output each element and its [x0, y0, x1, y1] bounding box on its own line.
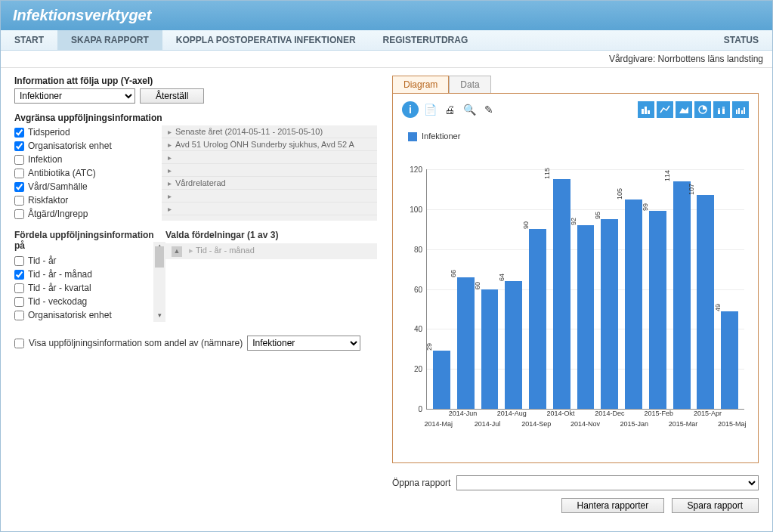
x-tick-label: 2014-Maj: [424, 420, 453, 428]
tab-diagram[interactable]: Diagram: [392, 76, 449, 93]
distrib-option[interactable]: Tid - veckodag: [14, 295, 152, 308]
bar-chart-icon[interactable]: [638, 101, 654, 118]
filter-v-rd-samh-lle[interactable]: Vård/Samhälle: [14, 180, 162, 193]
filter-value-row[interactable]: ▸Senaste året (2014-05-11 - 2015-05-10): [162, 125, 377, 138]
svg-rect-9: [736, 110, 737, 114]
scroll-thumb[interactable]: [155, 246, 164, 268]
distrib-checkbox[interactable]: [14, 256, 24, 266]
stacked-chart-icon[interactable]: [713, 101, 730, 118]
bar-value-label: 60: [474, 281, 481, 289]
x-tick-label: 2014-Jul: [475, 420, 501, 428]
filter-checkbox[interactable]: [14, 141, 24, 151]
bar[interactable]: 66: [457, 277, 475, 409]
bar[interactable]: 115: [553, 179, 570, 409]
menu-skapa-rapport[interactable]: SKAPA RAPPORT: [57, 30, 162, 50]
bar[interactable]: 107: [697, 195, 714, 409]
filter-checkbox[interactable]: [14, 155, 24, 165]
ratio-checkbox[interactable]: [14, 339, 24, 348]
filter-label: Riskfaktor: [28, 195, 68, 206]
manage-reports-button[interactable]: Hantera rapporter: [561, 498, 665, 513]
reset-button[interactable]: Återställ: [140, 88, 204, 104]
bar[interactable]: 29: [433, 351, 450, 409]
x-tick-label: 2015-Mar: [669, 420, 698, 428]
distrib-scrollbar[interactable]: ▴ ▾: [153, 242, 165, 322]
chart-legend: Infektioner: [408, 131, 749, 141]
filter-infektion[interactable]: Infektion: [14, 153, 162, 166]
filter--tg-rd-ingrepp[interactable]: Åtgärd/Ingrepp: [14, 207, 162, 221]
bar-value-label: 66: [450, 270, 457, 277]
filter-riskfaktor[interactable]: Riskfaktor: [14, 193, 162, 207]
bar[interactable]: 49: [721, 311, 738, 409]
zoom-icon[interactable]: 🔍: [461, 101, 478, 118]
bar[interactable]: 64: [505, 281, 522, 409]
distrib-option[interactable]: Tid - år - månad: [14, 268, 152, 281]
x-tick-label: 2015-Apr: [694, 410, 722, 417]
distrib-label: Organisatorisk enhet: [28, 310, 112, 320]
filter-checkbox[interactable]: [14, 128, 24, 138]
area-chart-icon[interactable]: [676, 101, 692, 118]
menu-koppla[interactable]: KOPPLA POSTOPERATIVA INFEKTIONER: [162, 30, 369, 50]
distrib-checkbox[interactable]: [14, 311, 24, 320]
y-tick-label: 80: [404, 245, 427, 253]
svg-rect-8: [722, 107, 725, 109]
filter-value-row[interactable]: ▸Avd 51 Urolog ÖNH Sunderby sjukhus, Avd…: [162, 138, 377, 151]
grouped-chart-icon[interactable]: [732, 101, 749, 118]
info-icon[interactable]: i: [402, 101, 419, 118]
selected-distribution-row[interactable]: ▲ ▸ Tid - år - månad: [165, 243, 377, 259]
distrib-checkbox[interactable]: [14, 270, 24, 280]
filter-checkbox[interactable]: [14, 182, 24, 192]
filter-checkbox[interactable]: [14, 169, 24, 178]
ratio-select[interactable]: Infektioner: [247, 336, 360, 351]
filter-organisatorisk-enhet[interactable]: Organisatorisk enhet: [14, 139, 162, 153]
edit-icon[interactable]: ✎: [481, 101, 497, 118]
save-report-button[interactable]: Spara rapport: [672, 498, 759, 513]
bar[interactable]: 90: [529, 229, 546, 409]
bar[interactable]: 60: [481, 289, 499, 410]
filter-label: Vård/Samhälle: [28, 181, 88, 192]
svg-marker-3: [679, 107, 688, 113]
pie-chart-icon[interactable]: [694, 101, 711, 118]
distrib-option[interactable]: Tid - år - kvartal: [14, 281, 152, 295]
bar-value-label: 115: [544, 168, 552, 179]
chart-container: i 📄 🖨 🔍 ✎ Infektioner 0204060801: [392, 93, 759, 463]
selected-distribution-label: Tid - år - månad: [196, 246, 255, 255]
menu-start[interactable]: START: [1, 30, 57, 50]
provider-label: Vårdgivare: Norrbottens läns landsting: [1, 51, 772, 68]
line-chart-icon[interactable]: [657, 101, 673, 118]
bar-value-label: 29: [425, 343, 433, 351]
bar[interactable]: 95: [601, 219, 618, 409]
filter-label: Åtgärd/Ingrepp: [28, 209, 88, 219]
yaxis-select[interactable]: Infektioner: [14, 88, 135, 104]
filter-checkbox[interactable]: [14, 196, 24, 206]
distrib-option[interactable]: Organisatorisk enhet: [14, 308, 152, 322]
bar[interactable]: 92: [577, 225, 595, 409]
filters-title: Avgränsa uppföljningsinformation: [14, 113, 377, 123]
filter-value-row[interactable]: ▸Vårdrelaterad: [162, 177, 377, 190]
x-tick-label: 2015-Jan: [620, 420, 649, 428]
move-up-icon[interactable]: ▲: [172, 246, 182, 257]
pdf-icon[interactable]: 📄: [422, 101, 438, 118]
tab-data[interactable]: Data: [449, 76, 490, 93]
x-tick-label: 2014-Dec: [595, 410, 624, 417]
bar[interactable]: 99: [649, 211, 666, 409]
distrib-checkbox[interactable]: [14, 283, 24, 293]
filter-antibiotika-atc-[interactable]: Antibiotika (ATC): [14, 166, 162, 180]
menu-registerutdrag[interactable]: REGISTERUTDRAG: [369, 30, 482, 50]
x-tick-label: 2015-Maj: [718, 420, 747, 428]
filter-tidsperiod[interactable]: Tidsperiod: [14, 125, 162, 139]
open-report-select[interactable]: [456, 475, 759, 490]
filter-checkbox[interactable]: [14, 209, 24, 219]
app-title: Infektionsverktyget: [1, 1, 772, 30]
distrib-checkbox[interactable]: [14, 297, 24, 307]
distrib-option[interactable]: Tid - år: [14, 254, 152, 268]
bar-value-label: 49: [714, 304, 722, 311]
print-icon[interactable]: 🖨: [441, 101, 458, 118]
bar[interactable]: 114: [673, 181, 691, 409]
y-tick-label: 100: [404, 205, 427, 213]
distrib-label: Tid - år - månad: [28, 269, 92, 280]
distrib-label: Tid - år: [28, 255, 57, 266]
scroll-down-icon[interactable]: ▾: [153, 311, 165, 322]
bar[interactable]: 105: [625, 200, 642, 409]
menu-status[interactable]: STATUS: [710, 30, 772, 50]
bar-value-label: 107: [688, 184, 695, 195]
